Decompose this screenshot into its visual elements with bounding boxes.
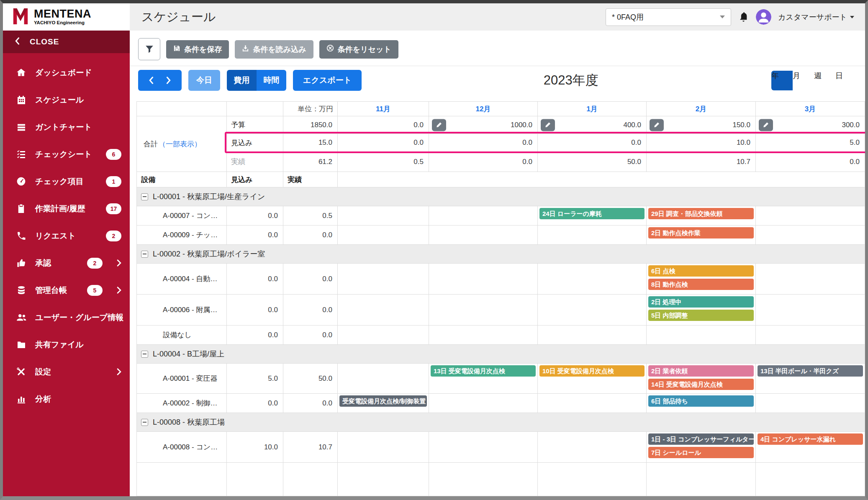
- logo[interactable]: MENTENA YACHIYO Engineering: [3, 3, 130, 31]
- event-bar[interactable]: 6日 部品待ち: [648, 395, 754, 407]
- sidebar-item-ledger[interactable]: 管理台帳 5: [3, 277, 130, 304]
- equipment-row-a00009: A-00009 - チッ… 0.0 0.0 2日 動作点検作業: [137, 226, 865, 245]
- partial-display-link[interactable]: （一部表示）: [159, 140, 201, 148]
- sidebar-item-label: ユーザー・グループ情報: [35, 312, 123, 323]
- user-menu[interactable]: カスタマーサポート: [778, 12, 854, 22]
- filter-button[interactable]: [138, 38, 160, 60]
- sidebar-item-checksheet[interactable]: チェックシート 6: [3, 141, 130, 168]
- event-bar[interactable]: 5日 内部調整: [648, 310, 754, 321]
- toggle-cost[interactable]: 費用: [227, 70, 257, 91]
- event-bar[interactable]: 24日 ローラーの摩耗: [539, 208, 645, 219]
- page-title: スケジュール: [141, 9, 216, 26]
- collapse-icon[interactable]: [141, 251, 148, 258]
- workspace-select[interactable]: * 0FAQ用: [606, 8, 731, 26]
- event-bar[interactable]: 1日 - 3日 コンプレッサーフィルター: [648, 433, 754, 445]
- event-bar[interactable]: 2日 動作点検作業: [648, 227, 754, 238]
- export-button[interactable]: エクスポート: [293, 70, 362, 91]
- collapse-icon[interactable]: [141, 351, 148, 358]
- chevron-down-icon: [850, 16, 854, 18]
- forecast-value: 10.0: [647, 134, 756, 152]
- bar-chart-icon: [15, 394, 27, 404]
- equipment-row-a00001: A-00001 - 変圧器 5.0 50.0 13日 受変電設備月次点検 10日…: [137, 364, 865, 394]
- equipment-label: A-00004 - 自動…: [137, 264, 227, 295]
- event-bar[interactable]: 7日 シールロール: [648, 447, 754, 458]
- collapse-icon[interactable]: [141, 193, 148, 200]
- collapse-icon[interactable]: [141, 419, 148, 426]
- budget-cell: 400.0: [538, 116, 647, 134]
- row-label-budget: 予算: [227, 116, 283, 134]
- prev-period-button[interactable]: [149, 77, 154, 84]
- month-header: 1月: [538, 102, 647, 116]
- sidebar-item-analytics[interactable]: 分析: [3, 385, 130, 413]
- edit-budget-button[interactable]: [541, 119, 555, 131]
- equipment-label: A-00007 - コン…: [137, 206, 227, 226]
- sidebar-item-label: 承認: [35, 258, 51, 269]
- empty-row: [137, 463, 865, 496]
- group-row-l00002[interactable]: L-00002 - 秋葉原工場/ボイラー室: [137, 245, 865, 264]
- database-icon: [15, 285, 27, 295]
- edit-budget-button[interactable]: [759, 119, 773, 131]
- sidebar-item-label: チェック項目: [35, 176, 84, 187]
- event-bar[interactable]: 4日 コンプレッサー水漏れ: [758, 433, 863, 445]
- budget-value: 0.0: [338, 116, 429, 134]
- budget-value: 400.0: [623, 121, 641, 129]
- sidebar-item-approval[interactable]: 承認 2: [3, 249, 130, 277]
- sidebar-item-checkitems[interactable]: チェック項目 1: [3, 168, 130, 195]
- event-bar[interactable]: 10日 受変電設備月次点検: [539, 365, 645, 377]
- event-bar[interactable]: 14日 受変電設備月次点検: [648, 379, 754, 390]
- sidebar-item-workplan[interactable]: 作業計画/履歴 17: [3, 195, 130, 222]
- event-bar[interactable]: 13日 半田ボール・半田クズ: [758, 365, 863, 377]
- sidebar-item-label: 分析: [35, 394, 51, 405]
- sidebar-item-schedule[interactable]: スケジュール: [3, 86, 130, 113]
- sidebar-item-label: チェックシート: [35, 149, 92, 160]
- sidebar-item-shared-files[interactable]: 共有ファイル: [3, 331, 130, 358]
- event-bar[interactable]: 29日 調査・部品交換依頼: [648, 208, 754, 219]
- event-bar[interactable]: 13日 受変電設備月次点検: [431, 365, 536, 377]
- equipment-label: A-00008 - コン…: [137, 432, 227, 463]
- view-week[interactable]: 週: [814, 71, 835, 90]
- next-period-button[interactable]: [166, 77, 171, 84]
- toggle-time[interactable]: 時間: [257, 70, 286, 91]
- notification-bell-icon[interactable]: [738, 11, 749, 23]
- event-bar[interactable]: 8日 動作点検: [648, 279, 754, 290]
- edit-budget-button[interactable]: [650, 119, 664, 131]
- actual-value: 0.0: [283, 326, 338, 345]
- month-header: 11月: [338, 102, 429, 116]
- sidebar-item-label: 管理台帳: [35, 285, 67, 296]
- edit-budget-button[interactable]: [432, 119, 446, 131]
- equipment-row-a00006: A-00006 - 附属… 0.0 0.0 2日 処理中 5日 内部調整: [137, 295, 865, 326]
- sidebar-item-label: 作業計画/履歴: [35, 203, 85, 214]
- user-avatar[interactable]: [756, 9, 771, 25]
- sidebar-item-dashboard[interactable]: ダッシュボード: [3, 59, 130, 86]
- reset-conditions-button[interactable]: 条件をリセット: [319, 40, 398, 59]
- save-conditions-button[interactable]: 条件を保存: [166, 40, 229, 59]
- sidebar-item-gantt[interactable]: ガントチャート: [3, 113, 130, 141]
- today-button[interactable]: 今日: [188, 70, 220, 91]
- row-label-actual: 実績: [227, 152, 283, 172]
- sidebar-item-request[interactable]: リクエスト 2: [3, 222, 130, 249]
- group-row-l00008[interactable]: L-00008 - 秋葉原工場: [137, 413, 865, 432]
- group-label: L-00008 - 秋葉原工場: [153, 417, 225, 427]
- unit-header: 単位：万円: [283, 102, 338, 116]
- event-bar[interactable]: 6日 点検: [648, 265, 754, 277]
- group-row-l00004[interactable]: L-00004 - B工場/屋上: [137, 345, 865, 364]
- mentena-logo-icon: [11, 8, 30, 27]
- sidebar-item-label: ダッシュボード: [35, 67, 92, 78]
- group-row-l00001[interactable]: L-00001 - 秋葉原工場/生産ライン: [137, 187, 865, 206]
- summary-forecast-row: 見込み 15.0 0.0 0.0 0.0 10.0 5.0: [137, 134, 865, 152]
- sidebar-item-settings[interactable]: 設定: [3, 358, 130, 385]
- view-day[interactable]: 日: [835, 71, 857, 90]
- event-bar[interactable]: 受変電設備月次点検/制御装置: [339, 395, 427, 407]
- view-switcher: 年 月 週 日: [771, 71, 857, 90]
- sidebar-close-button[interactable]: CLOSE: [3, 31, 130, 53]
- event-bar[interactable]: 2日 処理中: [648, 296, 754, 308]
- sidebar-item-users-groups[interactable]: ユーザー・グループ情報: [3, 304, 130, 331]
- schedule-grid: 単位：万円 11月 12月 1月 2月 3月 合計（一部表示） 予算 1850.…: [136, 101, 865, 496]
- load-conditions-button[interactable]: 条件を読み込み: [235, 40, 313, 59]
- view-year[interactable]: 年: [771, 71, 793, 90]
- forecast-value: 5.0: [756, 134, 865, 152]
- circle-x-icon: [326, 44, 334, 54]
- event-bar[interactable]: 2日 業者依頼: [648, 365, 754, 377]
- actual-value: 10.7: [283, 432, 338, 463]
- view-month[interactable]: 月: [793, 71, 814, 90]
